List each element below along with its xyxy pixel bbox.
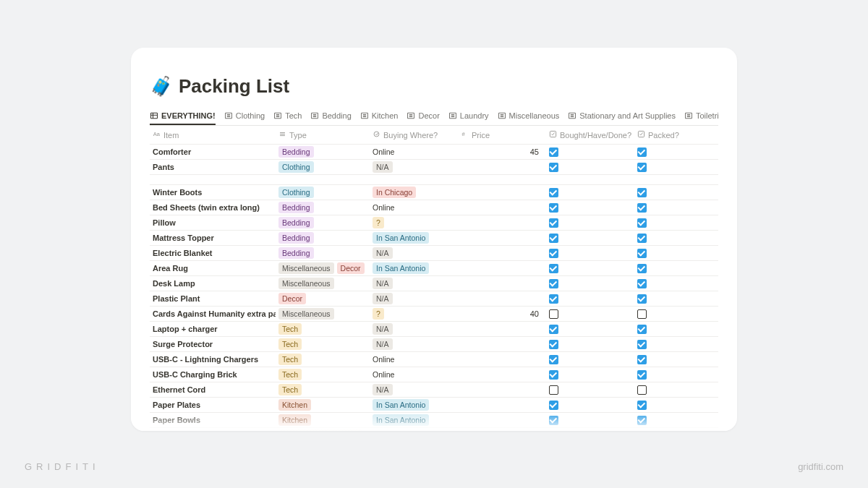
tab-toiletries[interactable]: Toiletries: [684, 108, 718, 125]
cell-where: Online: [370, 202, 458, 213]
packed-checkbox[interactable]: [637, 279, 647, 288]
bought-checkbox[interactable]: [549, 431, 558, 432]
packed-checkbox[interactable]: [637, 416, 647, 425]
packed-checkbox[interactable]: [637, 431, 647, 432]
packed-checkbox[interactable]: [637, 163, 647, 172]
packed-checkbox[interactable]: [637, 309, 647, 319]
page-title-row: 🧳 Packing List: [150, 75, 718, 98]
table-row[interactable]: Area RugMiscellaneousDecorIn San Antonio: [150, 261, 718, 276]
packed-checkbox[interactable]: [637, 203, 647, 213]
tab-label: Laundry: [460, 111, 489, 120]
cell-where: In San Antonio: [370, 414, 458, 426]
column-header-buying-where-[interactable]: Buying Where?: [370, 130, 458, 140]
packed-checkbox[interactable]: [637, 340, 647, 349]
table-row[interactable]: Desk LampMiscellaneousN/A: [150, 276, 718, 291]
column-header-type[interactable]: Type: [276, 130, 370, 140]
packed-checkbox[interactable]: [637, 218, 647, 228]
cell-bought: [546, 279, 634, 288]
cell-where: N/A: [370, 323, 458, 335]
packed-checkbox[interactable]: [637, 370, 647, 380]
table-row[interactable]: Electric BlanketBeddingN/A: [150, 246, 718, 261]
tab-stationary-and-art-supplies[interactable]: Stationary and Art Supplies: [568, 108, 676, 125]
cell-packed: [634, 416, 714, 425]
packed-checkbox[interactable]: [637, 355, 647, 364]
bought-checkbox[interactable]: [549, 340, 558, 349]
list-icon: [684, 111, 693, 120]
bought-checkbox[interactable]: [549, 279, 558, 288]
packed-checkbox[interactable]: [637, 325, 647, 334]
bought-checkbox[interactable]: [549, 294, 558, 304]
tab-tech[interactable]: Tech: [273, 108, 302, 125]
tab-laundry[interactable]: Laundry: [448, 108, 489, 125]
cell-bought: [546, 416, 634, 425]
table-row[interactable]: Paper BowlsKitchenIn San Antonio: [150, 413, 718, 428]
packed-checkbox[interactable]: [637, 401, 647, 410]
bought-checkbox[interactable]: [549, 325, 558, 334]
type-tag: Clothing: [278, 161, 314, 173]
bought-checkbox[interactable]: [549, 147, 558, 157]
table-row[interactable]: Paper PlatesKitchenIn San Antonio: [150, 398, 718, 413]
packed-checkbox[interactable]: [637, 188, 647, 197]
table-row[interactable]: Laptop + chargerTechN/A: [150, 322, 718, 337]
table-row[interactable]: Bed Sheets (twin extra long)BeddingOnlin…: [150, 200, 718, 215]
cell-item: Bed Sheets (twin extra long): [150, 203, 276, 212]
table-row[interactable]: Surge ProtectorTechN/A: [150, 337, 718, 352]
tab-decor[interactable]: Decor: [407, 108, 439, 125]
cell-packed: [634, 431, 714, 432]
cell-bought: [546, 370, 634, 380]
table-row[interactable]: PillowBedding?: [150, 215, 718, 231]
bought-checkbox[interactable]: [549, 355, 558, 364]
cell-type: Bedding: [276, 217, 370, 228]
column-header-bought-have-done-[interactable]: Bought/Have/Done?: [546, 130, 634, 140]
table-row[interactable]: PantsClothingN/A: [150, 160, 718, 175]
where-tag: N/A: [373, 278, 393, 289]
cell-bought: [546, 340, 634, 349]
table-row[interactable]: ComforterBeddingOnline45: [150, 145, 718, 160]
table-row[interactable]: USB-C Charging BrickTechOnline: [150, 367, 718, 382]
cell-type: Stationary/Art Supplies: [276, 429, 370, 431]
bought-checkbox[interactable]: [549, 309, 558, 319]
column-header-packed-[interactable]: Packed?: [634, 130, 714, 140]
cell-where: In San Antonio: [370, 262, 458, 274]
table-row[interactable]: Ethernet CordTechN/A: [150, 382, 718, 398]
bought-checkbox[interactable]: [549, 416, 558, 425]
tab-bedding[interactable]: Bedding: [310, 108, 351, 125]
tab-clothing[interactable]: Clothing: [224, 108, 265, 125]
packed-checkbox[interactable]: [637, 385, 647, 395]
bought-checkbox[interactable]: [549, 203, 558, 213]
bought-checkbox[interactable]: [549, 188, 558, 197]
bought-checkbox[interactable]: [549, 163, 558, 172]
packed-checkbox[interactable]: [637, 249, 647, 258]
bought-checkbox[interactable]: [549, 401, 558, 410]
table-row[interactable]: Winter BootsClothingIn Chicago: [150, 185, 718, 200]
table-row[interactable]: USB-C - Lightning ChargersTechOnline: [150, 352, 718, 367]
packed-checkbox[interactable]: [637, 234, 647, 243]
column-header-item[interactable]: AaItem: [150, 130, 276, 140]
packed-checkbox[interactable]: [637, 294, 647, 304]
bought-checkbox[interactable]: [549, 264, 558, 273]
bought-checkbox[interactable]: [549, 370, 558, 380]
table-header: AaItemTypeBuying Where?#PriceBought/Have…: [150, 126, 718, 145]
tab-kitchen[interactable]: Kitchen: [360, 108, 399, 125]
type-tag: Miscellaneous: [278, 262, 334, 274]
tab-label: Tech: [285, 111, 302, 120]
bought-checkbox[interactable]: [549, 385, 558, 395]
column-header-price[interactable]: #Price: [458, 130, 546, 140]
packed-checkbox[interactable]: [637, 264, 647, 273]
type-tag: Decor: [278, 293, 306, 304]
bought-checkbox[interactable]: [549, 249, 558, 258]
list-icon: [310, 111, 319, 120]
table-row[interactable]: Leuchtturm 1917 A5 notebookStationary/Ar…: [150, 428, 718, 431]
cell-bought: [546, 309, 634, 319]
table-row[interactable]: Mattress TopperBeddingIn San Antonio: [150, 231, 718, 246]
bought-checkbox[interactable]: [549, 234, 558, 243]
table-row[interactable]: Cards Against Humanity extra packMiscell…: [150, 307, 718, 322]
tab-miscellaneous[interactable]: Miscellaneous: [498, 108, 560, 125]
packed-checkbox[interactable]: [637, 147, 647, 157]
cell-price: 45: [458, 147, 546, 156]
bought-checkbox[interactable]: [549, 218, 558, 228]
cell-type: Bedding: [276, 232, 370, 244]
table-row[interactable]: Plastic PlantDecorN/A: [150, 291, 718, 307]
tab-everything-[interactable]: EVERYTHING!: [150, 108, 216, 125]
cell-bought: [546, 234, 634, 243]
